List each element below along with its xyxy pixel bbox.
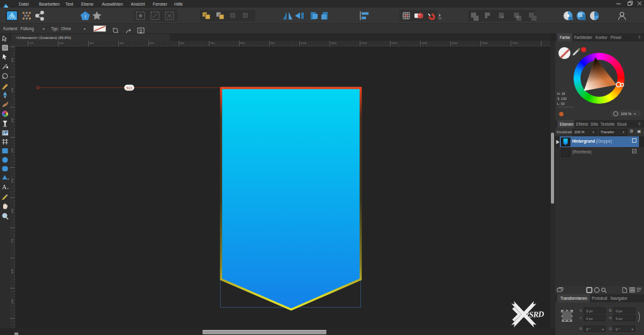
svg-text:!: !: [84, 14, 86, 19]
svg-text:A: A: [3, 184, 7, 190]
svg-text:RSRD: RSRD: [523, 309, 545, 320]
svg-text:613: 613: [126, 86, 132, 90]
